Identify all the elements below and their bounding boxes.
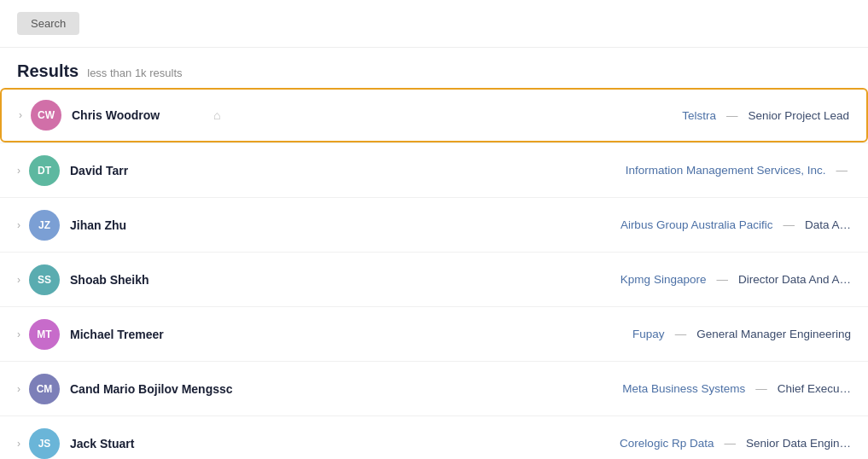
search-button[interactable]: Search — [17, 12, 79, 35]
avatar: JS — [29, 428, 60, 459]
name-group: Cand Mario Bojilov Mengssc — [70, 382, 233, 396]
person-name: Cand Mario Bojilov Mengssc — [70, 382, 233, 396]
company-name: Telstra — [682, 109, 716, 122]
company-name: Corelogic Rp Data — [620, 437, 714, 450]
people-list: ›CWChris Woodrow⌂Telstra—Senior Project … — [0, 88, 868, 459]
person-name: Michael Tremeer — [70, 328, 207, 341]
separator: — — [726, 109, 738, 122]
list-item[interactable]: ›CWChris Woodrow⌂Telstra—Senior Project … — [0, 88, 868, 142]
separator: — — [724, 437, 736, 450]
home-icon: ⌂ — [213, 108, 220, 122]
person-role: Senior Data Engin… — [746, 437, 851, 450]
chevron-right-icon: › — [17, 219, 20, 231]
person-name: David Tarr — [70, 164, 207, 177]
person-role: Director Data And A… — [738, 273, 851, 286]
list-item[interactable]: ›JZJihan ZhuAirbus Group Australia Pacif… — [0, 197, 868, 252]
name-group: Chris Woodrow⌂ — [72, 108, 220, 122]
chevron-right-icon: › — [19, 109, 22, 121]
chevron-right-icon: › — [17, 328, 20, 340]
separator: — — [755, 382, 767, 395]
person-details: Kpmg Singapore—Director Data And A… — [620, 273, 851, 286]
name-group: Shoab Sheikh — [70, 273, 207, 287]
chevron-right-icon: › — [17, 274, 20, 286]
person-details: Telstra—Senior Project Lead — [682, 109, 849, 122]
separator: — — [783, 218, 795, 231]
name-group: David Tarr — [70, 164, 207, 177]
list-item[interactable]: ›SSShoab SheikhKpmg Singapore—Director D… — [0, 252, 868, 306]
separator: — — [675, 328, 687, 340]
separator: — — [716, 273, 728, 286]
person-details: Information Management Services, Inc.— — [626, 164, 851, 177]
person-details: Meta Business Systems—Chief Execu… — [622, 382, 851, 395]
chevron-right-icon: › — [17, 438, 20, 450]
company-name: Meta Business Systems — [622, 382, 745, 395]
company-name: Fupay — [632, 328, 665, 340]
company-name: Kpmg Singapore — [620, 273, 707, 286]
avatar: MT — [29, 319, 60, 350]
avatar: JZ — [29, 210, 60, 241]
avatar: DT — [29, 155, 60, 186]
person-details: Airbus Group Australia Pacific—Data A… — [620, 218, 851, 231]
results-title: Results — [17, 61, 79, 81]
list-item[interactable]: ›MTMichael TremeerFupay—General Manager … — [0, 306, 868, 361]
name-group: Michael Tremeer — [70, 328, 207, 341]
name-group: Jihan Zhu — [70, 218, 207, 232]
person-role: Chief Execu… — [778, 382, 851, 395]
person-name: Shoab Sheikh — [70, 273, 207, 287]
top-bar: Search — [0, 0, 868, 48]
avatar: SS — [29, 264, 60, 295]
person-name: Chris Woodrow — [72, 108, 208, 122]
chevron-right-icon: › — [17, 165, 20, 177]
avatar: CW — [31, 100, 61, 131]
person-name: Jihan Zhu — [70, 218, 207, 232]
company-name: Information Management Services, Inc. — [626, 164, 826, 177]
person-details: Corelogic Rp Data—Senior Data Engin… — [620, 437, 851, 450]
person-role: Senior Project Lead — [748, 109, 849, 122]
person-details: Fupay—General Manager Engineering — [632, 328, 851, 340]
chevron-right-icon: › — [17, 383, 20, 395]
results-count: less than 1k results — [87, 67, 182, 79]
name-group: Jack Stuart — [70, 437, 207, 450]
avatar: CM — [29, 374, 60, 404]
list-item[interactable]: ›JSJack StuartCorelogic Rp Data—Senior D… — [0, 415, 868, 459]
company-name: Airbus Group Australia Pacific — [620, 218, 773, 231]
results-header: Results less than 1k results — [0, 48, 868, 88]
person-role: Data A… — [805, 218, 851, 231]
separator: — — [836, 164, 848, 177]
person-role: General Manager Engineering — [696, 328, 851, 340]
person-name: Jack Stuart — [70, 437, 207, 450]
list-item[interactable]: ›CMCand Mario Bojilov MengsscMeta Busine… — [0, 361, 868, 415]
list-item[interactable]: ›DTDavid TarrInformation Management Serv… — [0, 142, 868, 197]
